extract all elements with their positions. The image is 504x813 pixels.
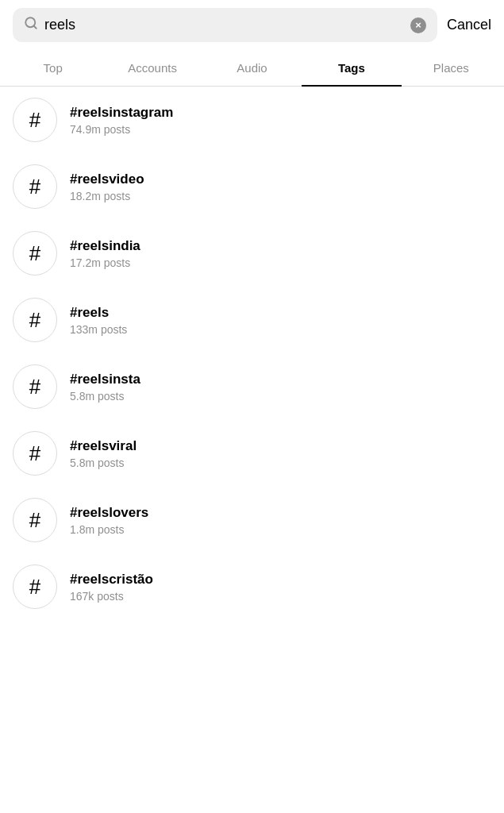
tag-item[interactable]: # #reelsinsta 5.8m posts [0, 353, 504, 420]
hash-symbol: # [29, 243, 40, 264]
tag-item[interactable]: # #reels 133m posts [0, 287, 504, 353]
search-input-wrapper: reels × [13, 8, 437, 42]
tag-name: #reelslovers [70, 505, 148, 521]
tag-info: #reelscristão 167k posts [70, 572, 153, 603]
hash-circle: # [13, 431, 57, 476]
hash-circle: # [13, 98, 57, 142]
tabs-bar: Top Accounts Audio Tags Places [0, 50, 504, 87]
tag-posts: 5.8m posts [70, 457, 137, 469]
tag-posts: 133m posts [70, 323, 127, 336]
tag-info: #reelslovers 1.8m posts [70, 505, 148, 536]
tab-audio[interactable]: Audio [202, 50, 302, 86]
hash-circle: # [13, 364, 57, 409]
search-bar: reels × Cancel [0, 0, 504, 50]
search-input[interactable]: reels [44, 17, 404, 33]
tag-item[interactable]: # #reelsviral 5.8m posts [0, 420, 504, 487]
hash-symbol: # [29, 176, 40, 197]
hash-symbol: # [29, 310, 40, 330]
hash-circle: # [13, 164, 57, 209]
hash-symbol: # [29, 510, 40, 530]
tab-tags[interactable]: Tags [302, 50, 401, 86]
tag-item[interactable]: # #reelsvideo 18.2m posts [0, 153, 504, 220]
hash-symbol: # [29, 576, 40, 597]
tag-info: #reelsvideo 18.2m posts [70, 171, 144, 202]
tag-name: #reelsinstagram [70, 105, 173, 121]
tag-info: #reelsinstagram 74.9m posts [70, 105, 173, 136]
tag-name: #reelsvideo [70, 171, 144, 187]
tag-info: #reelsindia 17.2m posts [70, 238, 140, 269]
tag-name: #reelsindia [70, 238, 140, 254]
tag-name: #reelsinsta [70, 372, 140, 387]
hash-symbol: # [29, 110, 40, 130]
tag-item[interactable]: # #reelsindia 17.2m posts [0, 220, 504, 287]
clear-icon[interactable]: × [410, 17, 426, 33]
tag-name: #reelsviral [70, 438, 137, 454]
tag-posts: 5.8m posts [70, 390, 140, 403]
hash-circle: # [13, 564, 57, 609]
tag-posts: 167k posts [70, 590, 153, 603]
hash-circle: # [13, 231, 57, 275]
tag-item[interactable]: # #reelscristão 167k posts [0, 553, 504, 620]
tag-list: # #reelsinstagram 74.9m posts # #reelsvi… [0, 87, 504, 620]
tag-info: #reels 133m posts [70, 305, 127, 336]
tag-item[interactable]: # #reelslovers 1.8m posts [0, 487, 504, 553]
tag-name: #reelscristão [70, 572, 153, 588]
cancel-button[interactable]: Cancel [447, 17, 491, 33]
tag-posts: 1.8m posts [70, 523, 148, 536]
tag-info: #reelsviral 5.8m posts [70, 438, 137, 469]
tag-name: #reels [70, 305, 127, 321]
tag-item[interactable]: # #reelsinstagram 74.9m posts [0, 87, 504, 153]
tab-places[interactable]: Places [402, 50, 501, 86]
hash-symbol: # [29, 376, 40, 397]
tab-top[interactable]: Top [3, 50, 102, 86]
tag-posts: 18.2m posts [70, 190, 144, 202]
search-icon [24, 16, 38, 34]
tag-info: #reelsinsta 5.8m posts [70, 372, 140, 403]
tag-posts: 17.2m posts [70, 256, 140, 269]
hash-circle: # [13, 298, 57, 342]
hash-symbol: # [29, 443, 40, 464]
hash-circle: # [13, 498, 57, 542]
tab-accounts[interactable]: Accounts [102, 50, 202, 86]
svg-line-1 [33, 25, 36, 28]
tag-posts: 74.9m posts [70, 123, 173, 136]
